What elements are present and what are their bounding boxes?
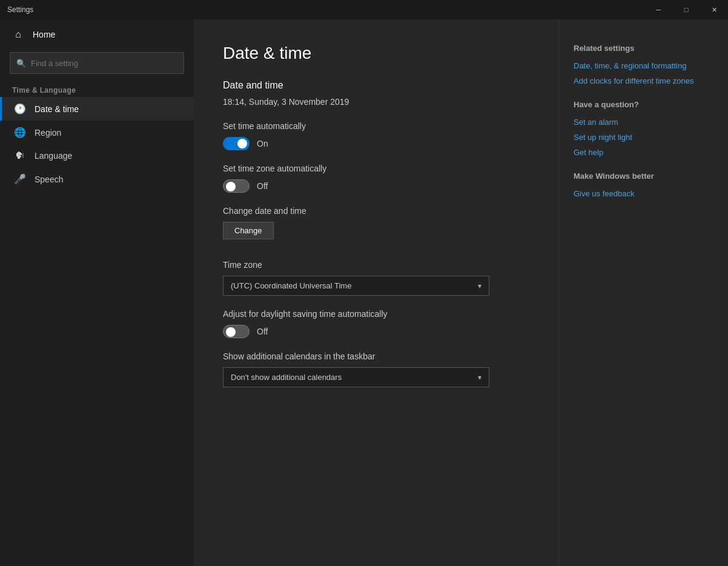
minimize-button[interactable]: ─ xyxy=(644,0,672,19)
change-date-time-section: Change date and time Change xyxy=(223,206,529,254)
calendars-section: Show additional calendars in the taskbar… xyxy=(223,351,529,387)
main-panel: Date & time Date and time 18:14, Sunday,… xyxy=(194,19,558,566)
search-icon: 🔍 xyxy=(16,59,26,68)
sidebar: ⌂ Home 🔍 Time & Language 🕐 Date & time 🌐… xyxy=(0,19,194,566)
window-controls: ─ □ ✕ xyxy=(644,0,728,19)
daylight-toggle-knob xyxy=(226,327,236,337)
set-timezone-auto-label: Set time zone automatically xyxy=(223,164,529,173)
app-body: ⌂ Home 🔍 Time & Language 🕐 Date & time 🌐… xyxy=(0,19,728,566)
microphone-icon: 🎤 xyxy=(14,173,26,185)
app-title: Settings xyxy=(7,5,33,14)
content-area: Date & time Date and time 18:14, Sunday,… xyxy=(194,19,728,566)
sidebar-item-date-time[interactable]: 🕐 Date & time xyxy=(0,97,194,121)
make-windows-better-heading: Make Windows better xyxy=(574,171,713,181)
set-timezone-auto-state: Off xyxy=(257,181,268,191)
timezone-label: Time zone xyxy=(223,260,529,270)
daylight-toggle[interactable] xyxy=(223,325,250,338)
chevron-down-icon: ▾ xyxy=(478,282,481,290)
timezone-section: Time zone (UTC) Coordinated Universal Ti… xyxy=(223,260,529,296)
sidebar-category-label: Time & Language xyxy=(0,81,194,97)
timezone-value: (UTC) Coordinated Universal Time xyxy=(231,281,351,290)
maximize-button[interactable]: □ xyxy=(672,0,700,19)
language-icon: 🗣 xyxy=(14,150,26,161)
set-time-auto-toggle[interactable] xyxy=(223,137,250,150)
titlebar: Settings ─ □ ✕ xyxy=(0,0,728,19)
sidebar-item-language-label: Language xyxy=(35,151,72,161)
calendars-value: Don't show additional calendars xyxy=(231,373,342,382)
sidebar-home-label: Home xyxy=(33,30,55,39)
have-a-question-heading: Have a question? xyxy=(574,100,713,109)
close-button[interactable]: ✕ xyxy=(700,0,728,19)
globe-icon: 🌐 xyxy=(14,127,26,138)
change-date-time-label: Change date and time xyxy=(223,206,529,216)
sidebar-item-region[interactable]: 🌐 Region xyxy=(0,121,194,144)
current-datetime: 18:14, Sunday, 3 November 2019 xyxy=(223,97,529,107)
set-timezone-auto-section: Set time zone automatically Off xyxy=(223,164,529,193)
set-time-auto-toggle-knob xyxy=(237,139,247,148)
related-link-date-time-formatting[interactable]: Date, time, & regional formatting xyxy=(574,61,713,70)
sidebar-home-button[interactable]: ⌂ Home xyxy=(0,19,194,50)
timezone-dropdown[interactable]: (UTC) Coordinated Universal Time ▾ xyxy=(223,276,489,296)
set-timezone-auto-toggle-knob xyxy=(226,182,236,191)
daylight-toggle-row: Off xyxy=(223,325,529,338)
set-time-auto-label: Set time automatically xyxy=(223,121,529,131)
related-link-get-help[interactable]: Get help xyxy=(574,148,713,157)
clock-icon: 🕐 xyxy=(14,103,26,115)
set-time-auto-state: On xyxy=(257,139,268,148)
calendars-label: Show additional calendars in the taskbar xyxy=(223,351,529,361)
set-timezone-auto-toggle[interactable] xyxy=(223,179,250,193)
change-button[interactable]: Change xyxy=(223,222,274,239)
home-icon: ⌂ xyxy=(12,29,24,40)
daylight-section: Adjust for daylight saving time automati… xyxy=(223,309,529,338)
set-time-auto-section: Set time automatically On xyxy=(223,121,529,150)
related-link-give-feedback[interactable]: Give us feedback xyxy=(574,189,713,198)
set-timezone-auto-toggle-row: Off xyxy=(223,179,529,193)
daylight-state: Off xyxy=(257,327,268,336)
sidebar-item-speech-label: Speech xyxy=(35,175,63,184)
search-input[interactable] xyxy=(31,59,177,68)
chevron-down-icon-calendars: ▾ xyxy=(478,373,481,382)
sidebar-item-region-label: Region xyxy=(35,128,61,138)
section-title: Date and time xyxy=(223,80,529,91)
sidebar-item-language[interactable]: 🗣 Language xyxy=(0,144,194,167)
related-settings-heading: Related settings xyxy=(574,44,713,53)
calendars-dropdown[interactable]: Don't show additional calendars ▾ xyxy=(223,367,489,387)
sidebar-item-date-time-label: Date & time xyxy=(35,104,79,114)
set-time-auto-toggle-row: On xyxy=(223,137,529,150)
daylight-label: Adjust for daylight saving time automati… xyxy=(223,309,529,319)
related-link-set-alarm[interactable]: Set an alarm xyxy=(574,118,713,127)
sidebar-item-speech[interactable]: 🎤 Speech xyxy=(0,167,194,191)
right-panel: Related settings Date, time, & regional … xyxy=(558,19,728,566)
search-box[interactable]: 🔍 xyxy=(10,52,184,74)
related-link-add-clocks[interactable]: Add clocks for different time zones xyxy=(574,76,713,85)
page-title: Date & time xyxy=(223,44,529,63)
related-link-set-night-light[interactable]: Set up night light xyxy=(574,133,713,142)
